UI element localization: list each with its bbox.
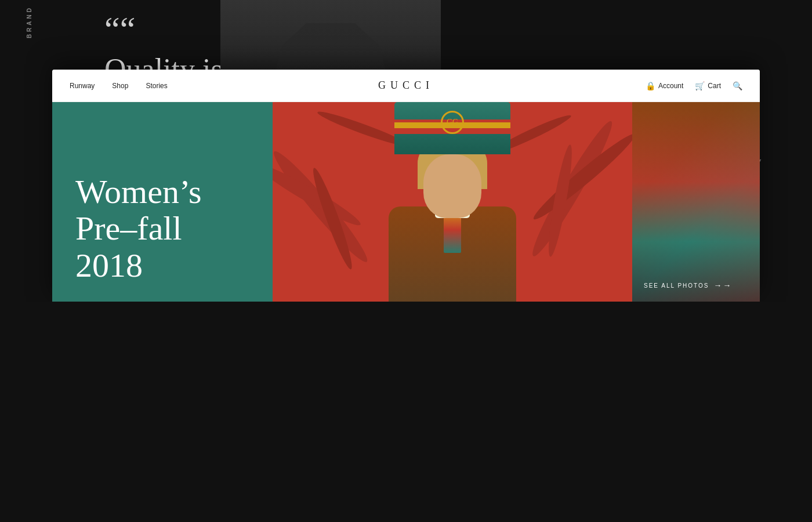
search-icon: 🔍	[733, 81, 742, 90]
hero-title-line3: 2018	[75, 246, 143, 284]
cart-label: Cart	[708, 82, 721, 90]
gg-logo: GG	[441, 111, 464, 134]
see-all-label: SEE ALL PHOTOS	[644, 282, 709, 289]
account-action[interactable]: 🔒 Account	[646, 81, 683, 90]
gucci-hero: Women’s Pre–fall 2018	[52, 102, 760, 302]
gucci-logo: GUCCI	[378, 79, 434, 92]
nav-shop[interactable]: Shop	[112, 82, 128, 90]
nav-runway[interactable]: Runway	[70, 82, 95, 90]
hero-title-line2: Pre–fall	[75, 209, 182, 247]
account-label: Account	[658, 82, 683, 90]
thumbnail-image	[632, 102, 760, 302]
gucci-green-panel: Women’s Pre–fall 2018	[52, 102, 273, 302]
gucci-right-panel: SEE ALL PHOTOS →→	[632, 102, 760, 302]
nav-stories[interactable]: Stories	[146, 82, 167, 90]
gucci-mockup: Runway Shop Stories GUCCI 🔒 Account 🛒 Ca…	[52, 70, 760, 302]
see-all-photos[interactable]: SEE ALL PHOTOS →→	[644, 281, 732, 290]
account-icon: 🔒	[646, 81, 655, 90]
cart-icon: 🛒	[695, 81, 705, 90]
gucci-navbar: Runway Shop Stories GUCCI 🔒 Account 🛒 Ca…	[52, 70, 760, 102]
cart-action[interactable]: 🛒 Cart	[695, 81, 721, 90]
model-area: GG	[273, 102, 632, 302]
dark-section: BRAND ““ Quality is remembered long afte…	[0, 0, 812, 302]
model-body	[389, 206, 516, 302]
search-action[interactable]: 🔍	[733, 81, 742, 90]
gucci-nav-right: 🔒 Account 🛒 Cart 🔍	[646, 81, 742, 90]
model-hat-area: GG	[394, 102, 510, 172]
brand-vertical: BRAND	[0, 0, 58, 302]
arrow-icon: →→	[713, 281, 732, 290]
hero-title: Women’s Pre–fall 2018	[75, 173, 202, 284]
gucci-red-panel: GG	[273, 102, 632, 302]
brand-label: BRAND	[26, 6, 32, 38]
gucci-nav-left: Runway Shop Stories	[70, 82, 168, 90]
hero-title-line1: Women’s	[75, 173, 202, 211]
hat-body: GG	[394, 102, 510, 154]
